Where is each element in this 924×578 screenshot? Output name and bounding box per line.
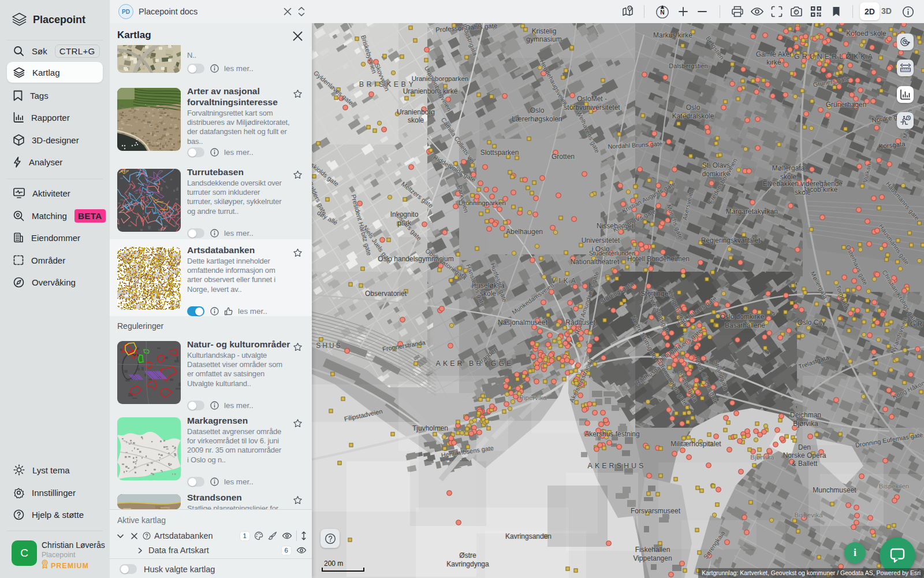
svg-text:Munchmuseet: Munchmuseet — [813, 486, 856, 494]
svg-text:Militærhospitalet: Militærhospitalet — [670, 440, 721, 448]
svg-text:Gamle Aker: Gamle Aker — [756, 50, 792, 58]
svg-text:Lærerhøgskolen: Lærerhøgskolen — [512, 115, 562, 123]
svg-text:gymnasium: gymnasium — [526, 35, 561, 43]
svg-text:Margaretakyrkan: Margaretakyrkan — [726, 208, 778, 216]
svg-text:Oslo domkirke: Oslo domkirke — [720, 313, 765, 321]
svg-text:Østre: Østre — [459, 551, 476, 560]
svg-text:Fiskehallen: Fiskehallen — [635, 546, 670, 554]
svg-text:Basarhallene: Basarhallene — [725, 321, 765, 329]
svg-text:Grünerhagen: Grünerhagen — [826, 101, 867, 109]
svg-text:Bjørvika: Bjørvika — [793, 420, 818, 428]
svg-text:Observatoriet: Observatoriet — [365, 290, 407, 298]
svg-text:Hotell Bondeheimen: Hotell Bondeheimen — [627, 255, 690, 263]
svg-text:Vippetangen: Vippetangen — [633, 554, 672, 562]
svg-text:Stortinget: Stortinget — [640, 290, 670, 298]
svg-text:Den: Den — [798, 443, 811, 451]
svg-text:Tjuvholmen: Tjuvholmen — [412, 424, 448, 432]
svg-text:Bjørvika: Bjørvika — [750, 454, 774, 461]
svg-text:Pipervika: Pipervika — [519, 394, 547, 401]
svg-text:Bispevika: Bispevika — [794, 512, 823, 518]
svg-text:Slottsparken: Slottsparken — [480, 149, 519, 157]
svg-text:Markus kirke: Markus kirke — [653, 31, 692, 39]
svg-text:Forsvarsmuseet: Forsvarsmuseet — [631, 507, 681, 515]
svg-text:Universitetet: Universitetet — [582, 236, 620, 244]
svg-text:Kavringsanden: Kavringsanden — [505, 532, 552, 540]
svg-text:storbyuniversitetet: storbyuniversitetet — [564, 103, 620, 112]
svg-text:Møllergata: Møllergata — [772, 164, 805, 172]
svg-text:Kavringdynga: Kavringdynga — [446, 560, 489, 568]
svg-text:Kristelig: Kristelig — [532, 27, 557, 35]
svg-text:Kofoed skole: Kofoed skole — [846, 29, 886, 38]
svg-text:Uranienborg: Uranienborg — [397, 108, 435, 116]
svg-text:AKER BRYGGE: AKER BRYGGE — [436, 360, 514, 368]
svg-text:Regjeringskvartalet: Regjeringskvartalet — [701, 236, 761, 244]
svg-text:Uranienborg kirke: Uranienborg kirke — [403, 87, 458, 95]
svg-text:Dalsbergstien: Dalsbergstien — [669, 62, 707, 69]
svg-text:GRÜNERLØKKA: GRÜNERLØKKA — [794, 53, 875, 61]
svg-text:Akershus festning: Akershus festning — [584, 430, 639, 438]
svg-text:VIKA: VIKA — [552, 277, 579, 285]
svg-text:Nationaltheatret: Nationaltheatret — [571, 258, 620, 266]
svg-text:Oslo: Oslo — [530, 106, 545, 114]
svg-text:Norske Opera: Norske Opera — [783, 451, 826, 460]
svg-text:Deichman: Deichman — [790, 411, 821, 419]
svg-text:Abelhaugen: Abelhaugen — [506, 228, 543, 236]
svg-text:Bispekilen: Bispekilen — [879, 483, 909, 490]
svg-text:kirke: kirke — [766, 58, 781, 66]
svg-text:skole: skole — [408, 116, 424, 124]
svg-text:Grotten: Grotten — [552, 153, 575, 161]
svg-text:Uranienborgparken: Uranienborgparken — [412, 75, 468, 82]
svg-text:Nasjonalmuseet: Nasjonalmuseet — [498, 318, 548, 327]
svg-text:AKERSHUS: AKERSHUS — [588, 462, 646, 470]
svg-text:Katedralskole: Katedralskole — [672, 112, 714, 120]
svg-text:Oslo City: Oslo City — [798, 318, 826, 327]
svg-text:SHUS: SHUS — [316, 342, 342, 350]
svg-text:Oslo: Oslo — [686, 103, 701, 112]
svg-text:OsloMet -: OsloMet - — [577, 95, 607, 103]
svg-text:Jacob kirke: Jacob kirke — [803, 186, 838, 194]
svg-text:N: N — [660, 9, 664, 16]
svg-text:& Ballett: & Ballett — [792, 460, 818, 468]
